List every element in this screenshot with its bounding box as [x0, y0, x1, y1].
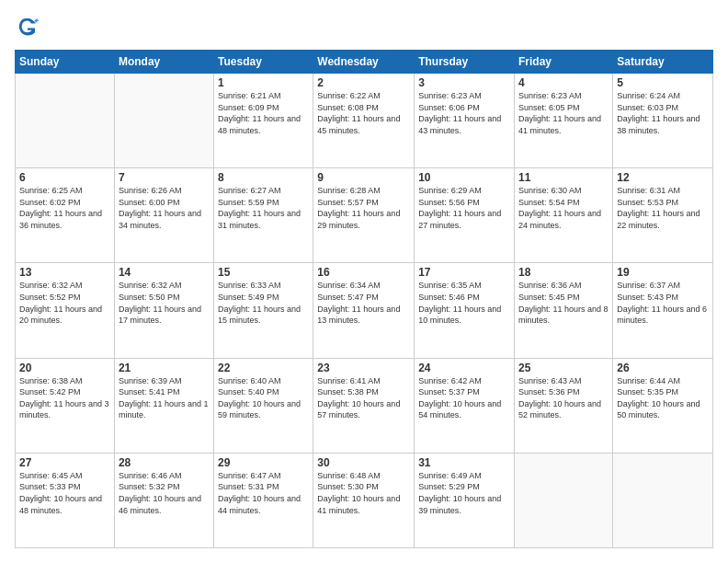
day-number: 3 — [418, 76, 510, 89]
day-number: 12 — [617, 171, 709, 184]
day-number: 5 — [617, 76, 709, 89]
calendar-cell: 7Sunrise: 6:26 AM Sunset: 6:00 PM Daylig… — [114, 168, 213, 263]
day-detail: Sunrise: 6:24 AM Sunset: 6:03 PM Dayligh… — [617, 90, 709, 136]
calendar-cell: 29Sunrise: 6:47 AM Sunset: 5:31 PM Dayli… — [214, 453, 313, 547]
calendar-cell — [16, 74, 115, 168]
day-detail: Sunrise: 6:43 AM Sunset: 5:36 PM Dayligh… — [518, 375, 609, 421]
day-header-tuesday: Tuesday — [214, 51, 313, 74]
logo-icon — [17, 15, 39, 37]
day-header-wednesday: Wednesday — [313, 51, 415, 74]
day-number: 27 — [19, 456, 110, 469]
day-number: 25 — [518, 362, 609, 374]
day-number: 16 — [317, 266, 410, 279]
day-detail: Sunrise: 6:23 AM Sunset: 6:05 PM Dayligh… — [518, 90, 609, 136]
day-detail: Sunrise: 6:47 AM Sunset: 5:31 PM Dayligh… — [218, 470, 309, 516]
calendar-cell: 14Sunrise: 6:32 AM Sunset: 5:50 PM Dayli… — [114, 263, 213, 358]
day-detail: Sunrise: 6:23 AM Sunset: 6:06 PM Dayligh… — [418, 90, 510, 136]
calendar-cell: 28Sunrise: 6:46 AM Sunset: 5:32 PM Dayli… — [114, 453, 213, 547]
day-detail: Sunrise: 6:39 AM Sunset: 5:41 PM Dayligh… — [119, 375, 210, 421]
calendar-cell: 9Sunrise: 6:28 AM Sunset: 5:57 PM Daylig… — [313, 168, 415, 263]
calendar-cell: 22Sunrise: 6:40 AM Sunset: 5:40 PM Dayli… — [214, 358, 313, 453]
day-number: 8 — [218, 171, 309, 184]
day-detail: Sunrise: 6:30 AM Sunset: 5:54 PM Dayligh… — [518, 185, 609, 231]
day-number: 24 — [418, 362, 510, 374]
calendar-cell: 26Sunrise: 6:44 AM Sunset: 5:35 PM Dayli… — [613, 358, 713, 453]
header — [15, 15, 713, 40]
day-detail: Sunrise: 6:36 AM Sunset: 5:45 PM Dayligh… — [518, 280, 609, 326]
day-detail: Sunrise: 6:27 AM Sunset: 5:59 PM Dayligh… — [218, 185, 309, 231]
calendar-cell: 17Sunrise: 6:35 AM Sunset: 5:46 PM Dayli… — [415, 263, 515, 358]
day-detail: Sunrise: 6:25 AM Sunset: 6:02 PM Dayligh… — [19, 185, 110, 231]
calendar-cell: 25Sunrise: 6:43 AM Sunset: 5:36 PM Dayli… — [515, 358, 613, 453]
day-detail: Sunrise: 6:32 AM Sunset: 5:50 PM Dayligh… — [119, 280, 210, 326]
day-number: 11 — [518, 171, 609, 184]
day-detail: Sunrise: 6:21 AM Sunset: 6:09 PM Dayligh… — [218, 90, 309, 136]
day-header-monday: Monday — [114, 51, 213, 74]
calendar-cell: 2Sunrise: 6:22 AM Sunset: 6:08 PM Daylig… — [313, 74, 415, 168]
page: SundayMondayTuesdayWednesdayThursdayFrid… — [0, 0, 728, 563]
day-detail: Sunrise: 6:49 AM Sunset: 5:29 PM Dayligh… — [418, 470, 510, 516]
day-number: 14 — [119, 266, 210, 279]
calendar-cell: 15Sunrise: 6:33 AM Sunset: 5:49 PM Dayli… — [214, 263, 313, 358]
calendar-cell: 24Sunrise: 6:42 AM Sunset: 5:37 PM Dayli… — [415, 358, 515, 453]
day-number: 19 — [617, 266, 709, 279]
day-detail: Sunrise: 6:46 AM Sunset: 5:32 PM Dayligh… — [119, 470, 210, 516]
day-number: 15 — [218, 266, 309, 279]
calendar-week-row: 1Sunrise: 6:21 AM Sunset: 6:09 PM Daylig… — [16, 74, 713, 168]
day-detail: Sunrise: 6:31 AM Sunset: 5:53 PM Dayligh… — [617, 185, 709, 231]
calendar-cell: 21Sunrise: 6:39 AM Sunset: 5:41 PM Dayli… — [114, 358, 213, 453]
calendar-cell: 11Sunrise: 6:30 AM Sunset: 5:54 PM Dayli… — [515, 168, 613, 263]
day-detail: Sunrise: 6:37 AM Sunset: 5:43 PM Dayligh… — [617, 280, 709, 326]
day-number: 22 — [218, 362, 309, 374]
calendar-header-row: SundayMondayTuesdayWednesdayThursdayFrid… — [16, 51, 713, 74]
calendar-cell: 1Sunrise: 6:21 AM Sunset: 6:09 PM Daylig… — [214, 74, 313, 168]
day-number: 17 — [418, 266, 510, 279]
day-header-thursday: Thursday — [415, 51, 515, 74]
calendar-cell: 19Sunrise: 6:37 AM Sunset: 5:43 PM Dayli… — [613, 263, 713, 358]
day-number: 26 — [617, 362, 709, 374]
day-detail: Sunrise: 6:41 AM Sunset: 5:38 PM Dayligh… — [317, 375, 410, 421]
calendar-cell — [613, 453, 713, 547]
day-detail: Sunrise: 6:34 AM Sunset: 5:47 PM Dayligh… — [317, 280, 410, 326]
day-number: 6 — [19, 171, 110, 184]
calendar-week-row: 20Sunrise: 6:38 AM Sunset: 5:42 PM Dayli… — [16, 358, 713, 453]
day-number: 21 — [119, 362, 210, 374]
day-number: 28 — [119, 456, 210, 469]
calendar-week-row: 13Sunrise: 6:32 AM Sunset: 5:52 PM Dayli… — [16, 263, 713, 358]
day-number: 30 — [317, 456, 410, 469]
calendar-cell: 16Sunrise: 6:34 AM Sunset: 5:47 PM Dayli… — [313, 263, 415, 358]
calendar-cell: 8Sunrise: 6:27 AM Sunset: 5:59 PM Daylig… — [214, 168, 313, 263]
day-detail: Sunrise: 6:33 AM Sunset: 5:49 PM Dayligh… — [218, 280, 309, 326]
calendar-week-row: 27Sunrise: 6:45 AM Sunset: 5:33 PM Dayli… — [16, 453, 713, 547]
calendar-table: SundayMondayTuesdayWednesdayThursdayFrid… — [15, 50, 713, 548]
day-number: 31 — [418, 456, 510, 469]
calendar-cell — [114, 74, 213, 168]
calendar-cell — [515, 453, 613, 547]
day-number: 7 — [119, 171, 210, 184]
calendar-cell: 23Sunrise: 6:41 AM Sunset: 5:38 PM Dayli… — [313, 358, 415, 453]
calendar-cell: 27Sunrise: 6:45 AM Sunset: 5:33 PM Dayli… — [16, 453, 115, 547]
day-detail: Sunrise: 6:28 AM Sunset: 5:57 PM Dayligh… — [317, 185, 410, 231]
calendar-cell: 20Sunrise: 6:38 AM Sunset: 5:42 PM Dayli… — [16, 358, 115, 453]
calendar-cell: 30Sunrise: 6:48 AM Sunset: 5:30 PM Dayli… — [313, 453, 415, 547]
day-detail: Sunrise: 6:40 AM Sunset: 5:40 PM Dayligh… — [218, 375, 309, 421]
day-detail: Sunrise: 6:32 AM Sunset: 5:52 PM Dayligh… — [19, 280, 110, 326]
day-header-friday: Friday — [515, 51, 613, 74]
day-number: 1 — [218, 76, 309, 89]
day-number: 20 — [19, 362, 110, 374]
day-detail: Sunrise: 6:38 AM Sunset: 5:42 PM Dayligh… — [19, 375, 110, 421]
calendar-cell: 18Sunrise: 6:36 AM Sunset: 5:45 PM Dayli… — [515, 263, 613, 358]
day-number: 23 — [317, 362, 410, 374]
calendar-cell: 12Sunrise: 6:31 AM Sunset: 5:53 PM Dayli… — [613, 168, 713, 263]
day-number: 2 — [317, 76, 410, 89]
calendar-cell: 31Sunrise: 6:49 AM Sunset: 5:29 PM Dayli… — [415, 453, 515, 547]
calendar-cell: 3Sunrise: 6:23 AM Sunset: 6:06 PM Daylig… — [415, 74, 515, 168]
day-header-saturday: Saturday — [613, 51, 713, 74]
calendar-cell: 10Sunrise: 6:29 AM Sunset: 5:56 PM Dayli… — [415, 168, 515, 263]
day-number: 4 — [518, 76, 609, 89]
day-number: 18 — [518, 266, 609, 279]
day-number: 9 — [317, 171, 410, 184]
day-detail: Sunrise: 6:48 AM Sunset: 5:30 PM Dayligh… — [317, 470, 410, 516]
calendar-week-row: 6Sunrise: 6:25 AM Sunset: 6:02 PM Daylig… — [16, 168, 713, 263]
day-detail: Sunrise: 6:42 AM Sunset: 5:37 PM Dayligh… — [418, 375, 510, 421]
